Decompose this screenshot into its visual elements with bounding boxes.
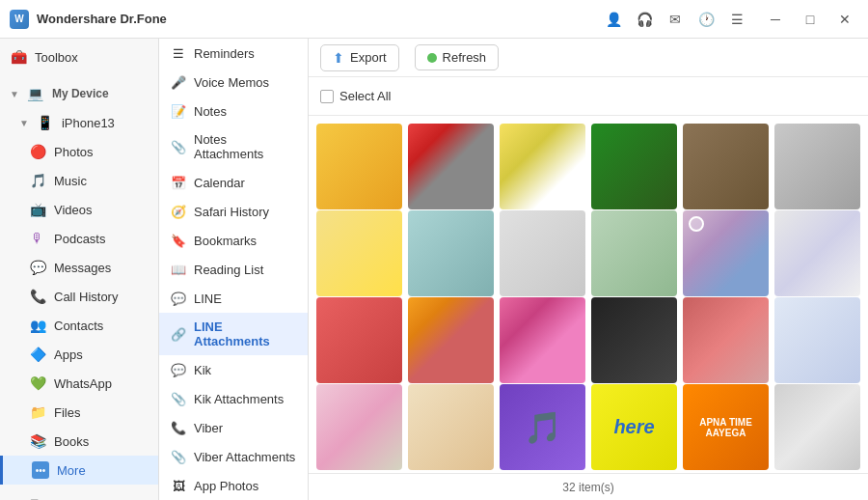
- voicememos-icon: 🎤: [171, 74, 186, 90]
- image-cell[interactable]: [591, 124, 677, 209]
- middle-label-viber: Viber: [194, 421, 223, 435]
- image-cell[interactable]: [683, 297, 769, 383]
- selection-circle: [689, 216, 704, 232]
- middle-item-safarihistory[interactable]: 🧭 Safari History: [159, 197, 308, 226]
- sidebar-label-podcasts: Podcasts: [54, 232, 105, 246]
- menu-icon[interactable]: ☰: [727, 10, 746, 29]
- image-cell[interactable]: [500, 297, 585, 383]
- more-icon: •••: [32, 461, 49, 479]
- middle-label-viberattachments: Viber Attachments: [194, 450, 295, 464]
- image-cell[interactable]: [683, 210, 769, 296]
- iphone13-arrow: ▼: [19, 118, 29, 128]
- sidebar-item-toolbox[interactable]: 🧰 Toolbox: [0, 42, 158, 71]
- middle-item-viberattachments[interactable]: 📎 Viber Attachments: [159, 442, 308, 471]
- middle-item-reminders[interactable]: ☰ Reminders: [159, 39, 308, 68]
- sidebar-item-videos[interactable]: 📺 Videos: [0, 195, 158, 224]
- middle-label-bookmarks: Bookmarks: [194, 234, 257, 248]
- headphone-icon[interactable]: 🎧: [635, 10, 654, 29]
- sidebar-item-books[interactable]: 📚 Books: [0, 427, 158, 456]
- image-cell[interactable]: [591, 297, 677, 383]
- sidebar-item-contacts[interactable]: 👥 Contacts: [0, 311, 158, 340]
- sidebar-item-files[interactable]: 📁 Files: [0, 398, 158, 427]
- image-cell[interactable]: 🎵: [500, 384, 585, 470]
- image-cell[interactable]: [316, 297, 402, 383]
- sidebar-item-podcasts[interactable]: 🎙 Podcasts: [0, 224, 158, 253]
- select-all-label[interactable]: Select All: [320, 89, 391, 103]
- app-title: Wondershare Dr.Fone: [37, 12, 596, 26]
- image-cell[interactable]: [774, 210, 860, 296]
- middle-item-viber[interactable]: 📞 Viber: [159, 413, 308, 442]
- photos-icon: 🔴: [29, 143, 46, 160]
- sidebar-item-messages[interactable]: 💬 Messages: [0, 253, 158, 282]
- minimize-button[interactable]: ─: [762, 6, 789, 33]
- sidebar-item-photos[interactable]: 🔴 Photos: [0, 137, 158, 166]
- middle-item-voicememos[interactable]: 🎤 Voice Memos: [159, 68, 308, 97]
- sidebar-item-whatsapp[interactable]: 💚 WhatsApp: [0, 369, 158, 398]
- line-icon: 💬: [171, 291, 186, 306]
- middle-item-calendar[interactable]: 📅 Calendar: [159, 168, 308, 197]
- sidebar-label-photos: Photos: [54, 145, 93, 159]
- middle-item-notes[interactable]: 📝 Notes: [159, 97, 308, 125]
- main-layout: 🧰 Toolbox ▼ 💻 My Device ▼ 📱 iPhone13 🔴 P…: [0, 39, 868, 500]
- image-cell[interactable]: [774, 297, 860, 383]
- notesattachments-icon: 📎: [171, 139, 186, 154]
- middle-item-lineattachments[interactable]: 🔗 LINE Attachments: [159, 313, 308, 355]
- image-cell[interactable]: [683, 124, 769, 209]
- middle-label-kik: Kik: [194, 363, 211, 377]
- image-cell[interactable]: [500, 210, 585, 296]
- maximize-button[interactable]: □: [797, 6, 824, 33]
- image-cell[interactable]: [316, 210, 402, 296]
- content-footer: 32 item(s): [309, 473, 868, 500]
- image-cell[interactable]: [408, 384, 494, 470]
- middle-item-kik[interactable]: 💬 Kik: [159, 355, 308, 384]
- kik-icon: 💬: [171, 362, 186, 377]
- close-button[interactable]: ✕: [831, 6, 858, 33]
- mail-icon[interactable]: ✉: [665, 10, 685, 29]
- image-cell[interactable]: [408, 297, 494, 383]
- image-cell[interactable]: APNA TIME AAYEGA: [683, 384, 769, 470]
- middle-label-readinglist: Reading List: [194, 263, 263, 277]
- image-cell[interactable]: [408, 124, 494, 209]
- readinglist-icon: 📖: [171, 262, 186, 277]
- sidebar-item-apps[interactable]: 🔷 Apps: [0, 340, 158, 369]
- sidebar-item-pixel7[interactable]: ▶ 📱 Pixel 7: [0, 492, 158, 500]
- image-grid: 🎵hereAPNA TIME AAYEGA: [309, 116, 868, 473]
- image-cell[interactable]: here: [591, 384, 677, 470]
- middle-item-readinglist[interactable]: 📖 Reading List: [159, 255, 308, 284]
- middle-item-line[interactable]: 💬 LINE: [159, 284, 308, 313]
- mydevice-arrow: ▼: [10, 89, 19, 99]
- lineattachments-icon: 🔗: [171, 326, 186, 342]
- middle-item-kikattachments[interactable]: 📎 Kik Attachments: [159, 384, 308, 413]
- select-all-checkbox[interactable]: [320, 90, 334, 103]
- apps-icon: 🔷: [29, 346, 46, 363]
- middle-label-appphotos: App Photos: [194, 479, 258, 493]
- image-cell[interactable]: [316, 124, 402, 209]
- middle-item-notesattachments[interactable]: 📎 Notes Attachments: [159, 125, 308, 168]
- avatar-icon[interactable]: 👤: [604, 10, 623, 29]
- sidebar-item-more[interactable]: ••• More: [0, 456, 158, 485]
- image-cell[interactable]: [316, 384, 402, 470]
- middle-label-safarihistory: Safari History: [194, 205, 269, 219]
- image-cell[interactable]: [591, 210, 677, 296]
- content-header: Select All: [309, 77, 868, 116]
- middle-item-bookmarks[interactable]: 🔖 Bookmarks: [159, 226, 308, 255]
- image-cell[interactable]: [774, 384, 860, 470]
- sidebar-item-mydevice[interactable]: ▼ 💻 My Device: [0, 79, 158, 108]
- sidebar-item-music[interactable]: 🎵 Music: [0, 166, 158, 195]
- middle-item-appphotos[interactable]: 🖼 App Photos: [159, 471, 308, 500]
- image-cell[interactable]: [500, 124, 585, 209]
- export-label: Export: [350, 50, 387, 65]
- export-button[interactable]: ⬆ Export: [320, 44, 399, 71]
- sidebar-item-callhistory[interactable]: 📞 Call History: [0, 282, 158, 311]
- refresh-button[interactable]: Refresh: [415, 44, 500, 70]
- sidebar-item-iphone13[interactable]: ▼ 📱 iPhone13: [0, 108, 158, 137]
- notes-icon: 📝: [171, 103, 186, 119]
- sidebar-label-iphone13: iPhone13: [62, 116, 115, 130]
- image-cell[interactable]: [774, 124, 860, 209]
- image-cell[interactable]: [408, 210, 494, 296]
- middle-label-reminders: Reminders: [194, 46, 255, 61]
- content-toolbar: ⬆ Export Refresh: [309, 39, 868, 77]
- mydevice-icon: 💻: [27, 85, 44, 102]
- history-icon[interactable]: 🕐: [696, 10, 716, 29]
- files-icon: 📁: [29, 403, 46, 421]
